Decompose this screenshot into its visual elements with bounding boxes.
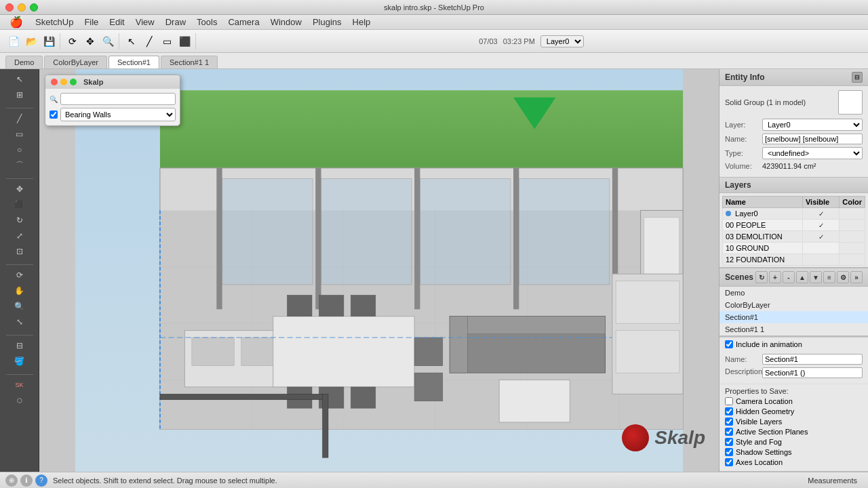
tab-demo[interactable]: Demo bbox=[5, 56, 43, 68]
scenes-menu-btn[interactable]: ≡ bbox=[823, 271, 835, 283]
layer-color-swatch[interactable] bbox=[840, 243, 865, 254]
axes-location-checkbox[interactable] bbox=[725, 458, 733, 466]
menu-window[interactable]: Window bbox=[265, 16, 307, 28]
paint-tool[interactable]: 🪣 bbox=[12, 354, 27, 369]
skalp-max-btn[interactable] bbox=[70, 79, 77, 85]
viewport[interactable]: Skalp 🔍 Bearing Walls Skalp bbox=[39, 69, 719, 472]
push-pull-tool[interactable]: ⬛ bbox=[12, 197, 27, 212]
scenes-settings-btn[interactable]: ⚙ bbox=[837, 271, 849, 283]
scale-tool[interactable]: ⤢ bbox=[12, 228, 27, 243]
rotate-tool[interactable]: ↻ bbox=[12, 213, 27, 228]
layer-selector[interactable]: Layer0 bbox=[540, 35, 584, 47]
svg-rect-31 bbox=[319, 295, 343, 316]
line-button[interactable]: ╱ bbox=[141, 33, 157, 49]
active-section-checkbox[interactable] bbox=[725, 428, 733, 436]
scene-name-input[interactable] bbox=[762, 354, 863, 365]
tab-section1[interactable]: Section#1 bbox=[108, 56, 159, 68]
camera-location-row: Camera Location bbox=[725, 397, 863, 405]
scenes-remove-btn[interactable]: - bbox=[783, 271, 795, 283]
move-tool[interactable]: ✥ bbox=[12, 182, 27, 197]
offset-tool[interactable]: ⊡ bbox=[12, 244, 27, 259]
menu-sketchup[interactable]: SketchUp bbox=[30, 16, 79, 28]
new-button[interactable]: 📄 bbox=[5, 33, 22, 49]
menu-tools[interactable]: Tools bbox=[191, 16, 222, 28]
pan-button[interactable]: ✥ bbox=[82, 33, 98, 49]
minimize-button[interactable] bbox=[18, 3, 26, 12]
camera-location-checkbox[interactable] bbox=[725, 397, 733, 405]
layer-color-swatch[interactable] bbox=[840, 220, 865, 231]
layer-visible-check[interactable] bbox=[802, 254, 839, 266]
zoom-extents-tool[interactable]: ⤡ bbox=[12, 314, 27, 329]
layer-name: 03 DEMOLITION bbox=[723, 231, 803, 243]
save-button[interactable]: 💾 bbox=[41, 33, 57, 49]
skalp-search-input[interactable] bbox=[60, 93, 176, 105]
scenes-add-btn[interactable]: + bbox=[769, 271, 781, 283]
menu-camera[interactable]: Camera bbox=[222, 16, 264, 28]
skalp-close-btn[interactable] bbox=[51, 79, 58, 85]
menu-plugins[interactable]: Plugins bbox=[307, 16, 347, 28]
line-tool[interactable]: ╱ bbox=[12, 111, 27, 126]
arrow-tool[interactable]: ↖ bbox=[12, 72, 27, 87]
zoom-button[interactable]: 🔍 bbox=[100, 33, 116, 49]
scenes-refresh-btn[interactable]: ↻ bbox=[755, 271, 768, 283]
circle-tool[interactable]: ○ bbox=[12, 142, 27, 157]
skalp-layer-select[interactable]: Bearing Walls bbox=[60, 108, 176, 121]
pan-tool[interactable]: ✋ bbox=[12, 283, 27, 298]
layer-visible-check[interactable]: ✓ bbox=[802, 231, 839, 243]
entity-name-input[interactable] bbox=[762, 134, 863, 144]
scenes-expand-btn[interactable]: » bbox=[850, 271, 863, 283]
orbit-tool[interactable]: ⟳ bbox=[12, 268, 27, 283]
section-plane-tool[interactable]: ⊟ bbox=[12, 338, 27, 353]
tab-colorbylayer[interactable]: ColorByLayer bbox=[44, 56, 107, 68]
zoom-tool[interactable]: 🔍 bbox=[12, 299, 27, 314]
scene-item-section1[interactable]: Section#1 bbox=[719, 311, 868, 323]
style-fog-checkbox[interactable] bbox=[725, 438, 733, 446]
menu-view[interactable]: View bbox=[130, 16, 160, 28]
rect-button[interactable]: ▭ bbox=[159, 33, 175, 49]
scenes-move-down-btn[interactable]: ▼ bbox=[810, 271, 822, 283]
skalp-tool-2[interactable]: ⬡ bbox=[12, 393, 27, 408]
scene-item-section1-1[interactable]: Section#1 1 bbox=[719, 323, 868, 336]
component-tool[interactable]: ⊞ bbox=[12, 87, 27, 102]
tab-section1-1[interactable]: Section#1 1 bbox=[161, 56, 218, 68]
scene-item-demo[interactable]: Demo bbox=[719, 287, 868, 299]
entity-name-row: Name: bbox=[725, 134, 863, 144]
skalp-tool-1[interactable]: SK bbox=[12, 378, 27, 392]
visible-layers-checkbox[interactable] bbox=[725, 418, 733, 426]
layer-color-swatch[interactable] bbox=[840, 254, 865, 266]
close-button[interactable] bbox=[5, 3, 14, 12]
open-button[interactable]: 📂 bbox=[23, 33, 39, 49]
entity-info-expand-btn[interactable]: ⊟ bbox=[852, 72, 863, 83]
skalp-layer-checkbox[interactable] bbox=[50, 110, 58, 119]
menu-edit[interactable]: Edit bbox=[104, 16, 130, 28]
scenes-move-up-btn[interactable]: ▲ bbox=[796, 271, 808, 283]
skalp-min-btn[interactable] bbox=[60, 79, 67, 85]
entity-type-select[interactable]: <undefined> bbox=[762, 147, 863, 159]
rect-tool[interactable]: ▭ bbox=[12, 127, 27, 142]
menu-draw[interactable]: Draw bbox=[160, 16, 191, 28]
skalp-panel-body: 🔍 Bearing Walls bbox=[45, 89, 180, 125]
orbit-button[interactable]: ⟳ bbox=[64, 33, 81, 49]
layer-row-foundation: 12 FOUNDATION bbox=[723, 254, 865, 266]
shadow-settings-checkbox[interactable] bbox=[725, 448, 733, 456]
include-animation-checkbox[interactable] bbox=[725, 340, 733, 348]
select-button[interactable]: ↖ bbox=[123, 33, 140, 49]
menu-help[interactable]: Help bbox=[347, 16, 376, 28]
hidden-geometry-checkbox[interactable] bbox=[725, 407, 733, 415]
layer-color-swatch[interactable] bbox=[840, 208, 865, 220]
scene-item-colorbylayer[interactable]: ColorByLayer bbox=[719, 299, 868, 311]
menu-file[interactable]: File bbox=[79, 16, 104, 28]
apple-menu[interactable]: 🍎 bbox=[3, 16, 30, 28]
layer-visible-check[interactable]: ✓ bbox=[802, 208, 839, 220]
maximize-button[interactable] bbox=[30, 3, 38, 12]
entity-layer-select[interactable]: Layer0 bbox=[762, 119, 863, 131]
layer-row-layer0: Layer0 ✓ bbox=[723, 208, 865, 220]
layer-visible-check[interactable]: ✓ bbox=[802, 220, 839, 231]
layer-color-swatch[interactable] bbox=[840, 231, 865, 243]
push-pull-button[interactable]: ⬛ bbox=[176, 33, 193, 49]
separator-4 bbox=[6, 335, 33, 336]
toolbar-view-group: ⟳ ✋ 🔍 ⤡ bbox=[12, 268, 27, 329]
layer-visible-check[interactable] bbox=[802, 243, 839, 254]
scene-desc-input[interactable] bbox=[762, 367, 863, 378]
arc-tool[interactable]: ⌒ bbox=[12, 158, 27, 173]
